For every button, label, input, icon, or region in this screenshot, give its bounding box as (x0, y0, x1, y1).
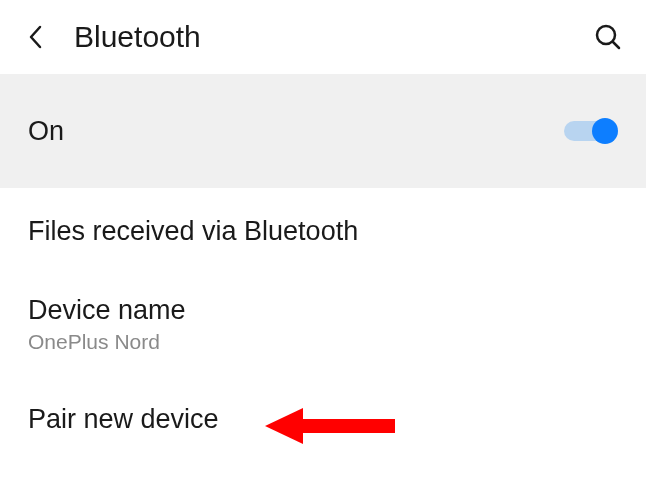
bluetooth-toggle[interactable] (564, 118, 618, 144)
device-name-value: OnePlus Nord (28, 330, 618, 354)
search-icon[interactable] (592, 21, 624, 53)
device-name-label: Device name (28, 295, 618, 326)
bluetooth-status-label: On (28, 116, 64, 147)
pair-new-device-item[interactable]: Pair new device (0, 380, 646, 465)
bluetooth-toggle-row[interactable]: On (0, 74, 646, 188)
files-received-label: Files received via Bluetooth (28, 216, 618, 247)
files-received-item[interactable]: Files received via Bluetooth (0, 188, 646, 275)
pair-new-device-label: Pair new device (28, 404, 618, 435)
page-title: Bluetooth (74, 20, 201, 54)
back-icon[interactable] (22, 24, 48, 50)
device-name-item[interactable]: Device name OnePlus Nord (0, 275, 646, 380)
